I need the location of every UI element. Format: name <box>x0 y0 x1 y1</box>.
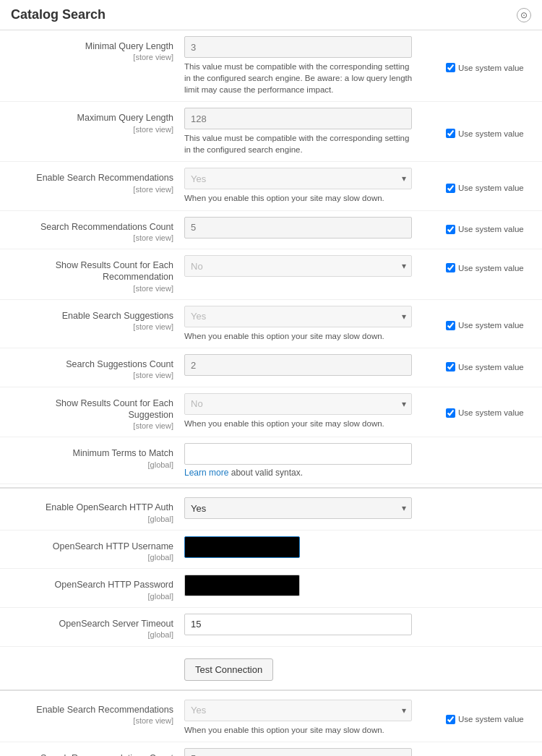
maximum-query-length-note: This value must be compatible with the c… <box>184 132 416 155</box>
enable-search-suggestions-label: Enable Search Suggestions <box>62 311 173 321</box>
search-suggestions-count-row: Search Suggestions Count [store view] Us… <box>0 348 542 387</box>
enable-search-recommendations-note: When you enable this option your site ma… <box>184 192 416 204</box>
page-header: Catalog Search ⊙ <box>0 0 542 30</box>
search-recommendations-count-checkbox[interactable] <box>446 225 455 234</box>
show-results-count-recommendation-select[interactable]: NoYes <box>184 255 412 277</box>
show-results-count-suggestion-select[interactable]: NoYes <box>184 393 412 415</box>
minimum-terms-match-learn-more-link[interactable]: Learn more <box>184 468 228 478</box>
show-results-count-suggestion-checkbox[interactable] <box>446 408 455 418</box>
opensearch-http-username-label: OpenSearch HTTP Username <box>53 541 173 551</box>
minimum-terms-match-note: Learn more about valid syntax. <box>184 468 303 478</box>
maximum-query-length-input[interactable] <box>184 108 412 129</box>
minimal-query-length-checkbox[interactable] <box>446 63 455 72</box>
show-results-count-recommendation-sublabel: [store view] <box>11 283 173 293</box>
maximum-query-length-checkbox-label: Use system value <box>458 129 524 138</box>
search-recommendations-count-checkbox-label: Use system value <box>458 225 524 233</box>
search-suggestions-count-checkbox[interactable] <box>446 362 455 371</box>
show-results-count-suggestion-checkbox-label: Use system value <box>458 408 524 417</box>
section-divider-1 <box>0 487 542 489</box>
minimal-query-length-input[interactable] <box>184 36 412 58</box>
search-recommendations-count2-label: Search Recommendations Count <box>40 753 173 756</box>
enable-search-recommendations-sublabel: [store view] <box>11 184 173 194</box>
minimal-query-length-label: Minimal Query Length <box>85 41 173 51</box>
enable-opensearch-http-auth-sublabel: [global] <box>11 514 173 524</box>
show-results-count-suggestion-label: Show Results Count for Each Suggestion <box>56 398 173 420</box>
maximum-query-length-sublabel: [store view] <box>11 124 173 134</box>
enable-search-suggestions-select[interactable]: YesNo <box>184 306 412 327</box>
enable-search-recommendations2-label: Enable Search Recommendations <box>36 705 173 715</box>
maximum-query-length-row: Maximum Query Length [store view] This v… <box>0 102 542 162</box>
maximum-query-length-label: Maximum Query Length <box>77 113 173 123</box>
enable-search-recommendations-checkbox[interactable] <box>446 184 455 193</box>
enable-search-recommendations-checkbox-label: Use system value <box>458 184 524 192</box>
opensearch-http-password-label: OpenSearch HTTP Password <box>55 580 173 590</box>
search-recommendations-count-label: Search Recommendations Count <box>40 222 173 232</box>
opensearch-http-username-row: OpenSearch HTTP Username [global] <box>0 531 542 570</box>
search-recommendations-count-input[interactable] <box>184 217 412 239</box>
enable-search-recommendations2-checkbox[interactable] <box>446 715 455 724</box>
minimum-terms-match-row: Minimum Terms to Match [global] Learn mo… <box>0 437 542 484</box>
test-connection-btn-row: Test Connection <box>0 647 542 687</box>
opensearch-http-password-sublabel: [global] <box>11 591 173 601</box>
enable-search-recommendations2-note: When you enable this option your site ma… <box>184 724 416 736</box>
enable-search-recommendations2-select[interactable]: YesNo <box>184 700 412 721</box>
enable-search-recommendations2-row: Enable Search Recommendations [store vie… <box>0 694 542 742</box>
opensearch-http-username-input[interactable] <box>184 536 300 558</box>
show-results-count-suggestion-note: When you enable this option your site ma… <box>184 418 416 429</box>
minimal-query-length-checkbox-label: Use system value <box>458 64 524 72</box>
search-suggestions-count-sublabel: [store view] <box>11 370 173 380</box>
search-suggestions-count-input[interactable] <box>184 354 412 376</box>
enable-search-suggestions-sublabel: [store view] <box>11 322 173 332</box>
search-suggestions-count-label: Search Suggestions Count <box>66 359 173 369</box>
opensearch-server-timeout-sublabel: [global] <box>11 630 173 640</box>
enable-opensearch-http-auth-select[interactable]: YesNo <box>184 497 412 519</box>
search-recommendations-count-sublabel: [store view] <box>11 233 173 243</box>
minimum-terms-match-input[interactable] <box>184 443 412 465</box>
show-results-count-suggestion-sublabel: [store view] <box>11 421 173 431</box>
page-title: Catalog Search <box>11 7 106 22</box>
enable-opensearch-http-auth-label: Enable OpenSearch HTTP Auth <box>46 502 173 512</box>
opensearch-http-password-input[interactable] <box>184 575 300 596</box>
search-recommendations-count-row: Search Recommendations Count [store view… <box>0 211 542 250</box>
section-divider-2 <box>0 690 542 691</box>
search-suggestions-count-checkbox-label: Use system value <box>458 363 524 371</box>
form-section: Minimal Query Length [store view] This v… <box>0 30 542 756</box>
search-recommendations-count2-input[interactable] <box>184 748 412 756</box>
minimal-query-length-note: This value must be compatible with the c… <box>184 61 416 95</box>
show-results-count-recommendation-row: Show Results Count for Each Recommendati… <box>0 249 542 300</box>
show-results-count-recommendation-checkbox[interactable] <box>446 263 455 272</box>
enable-search-suggestions-row: Enable Search Suggestions [store view] Y… <box>0 300 542 348</box>
minimum-terms-match-label: Minimum Terms to Match <box>73 448 173 458</box>
minimum-terms-match-note-text: about valid syntax. <box>231 468 303 478</box>
collapse-icon[interactable]: ⊙ <box>517 8 531 22</box>
search-recommendations-count2-row: Search Recommendations Count [store view… <box>0 742 542 756</box>
page-container: Catalog Search ⊙ Minimal Query Length [s… <box>0 0 542 756</box>
test-connection-button[interactable]: Test Connection <box>184 658 273 681</box>
enable-search-recommendations2-checkbox-label: Use system value <box>458 715 524 723</box>
enable-search-suggestions-note: When you enable this option your site ma… <box>184 330 416 342</box>
opensearch-server-timeout-label: OpenSearch Server Timeout <box>59 619 173 629</box>
opensearch-http-password-row: OpenSearch HTTP Password [global] <box>0 569 542 608</box>
minimal-query-length-sublabel: [store view] <box>11 52 173 62</box>
opensearch-server-timeout-row: OpenSearch Server Timeout [global] <box>0 608 542 647</box>
enable-search-recommendations-label: Enable Search Recommendations <box>36 173 173 183</box>
enable-search-suggestions-checkbox-label: Use system value <box>458 321 524 330</box>
minimal-query-length-row: Minimal Query Length [store view] This v… <box>0 30 542 102</box>
enable-search-recommendations2-sublabel: [store view] <box>11 716 173 726</box>
show-results-count-recommendation-checkbox-label: Use system value <box>458 264 524 272</box>
show-results-count-recommendation-label: Show Results Count for Each Recommendati… <box>56 260 173 282</box>
opensearch-server-timeout-input[interactable] <box>184 614 412 635</box>
enable-search-suggestions-checkbox[interactable] <box>446 321 455 330</box>
opensearch-http-username-sublabel: [global] <box>11 552 173 562</box>
enable-opensearch-http-auth-row: Enable OpenSearch HTTP Auth [global] Yes… <box>0 491 542 531</box>
enable-search-recommendations-row: Enable Search Recommendations [store vie… <box>0 162 542 210</box>
maximum-query-length-checkbox[interactable] <box>446 129 455 138</box>
minimum-terms-match-sublabel: [global] <box>11 460 173 470</box>
enable-search-recommendations-select[interactable]: YesNo <box>184 168 412 189</box>
show-results-count-suggestion-row: Show Results Count for Each Suggestion [… <box>0 387 542 438</box>
